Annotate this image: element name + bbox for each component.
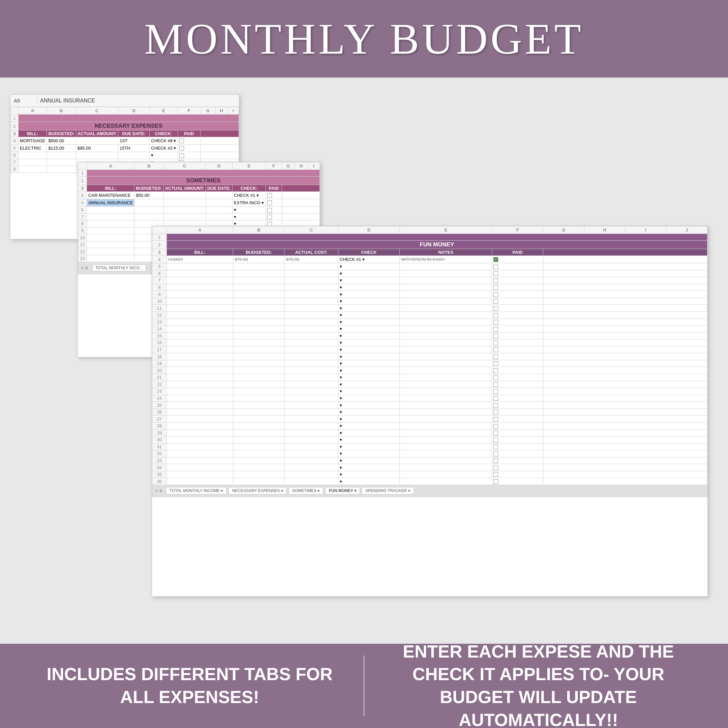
n-paid-1 [177, 137, 200, 145]
main-content: A5 ANNUAL INSURANCE A B C D E [0, 78, 728, 644]
n-budget-2: $115.00 [47, 145, 76, 152]
s-check-2: EXTRA INCO ▾ [232, 199, 266, 206]
n-paid-2 [177, 145, 200, 152]
n-bill-1: MORTGAGE [18, 137, 47, 145]
f-notes-1: WITHDREW IN CASH [400, 256, 492, 263]
n-due-2: 15TH [118, 145, 149, 152]
col-e: E [150, 107, 177, 115]
f-bill-1: HUBBY [167, 256, 233, 263]
fun-money-table: A B C D E F G H I J 1 [152, 226, 707, 497]
col-actual: ACTUAL AMOUNT: [76, 130, 118, 137]
footer-right-text: ENTER EACH EXPESE AND THE CHECK IT APPLI… [387, 640, 690, 728]
row-3: 3 [11, 130, 18, 137]
header: MONTHLY BUDGET [0, 0, 728, 78]
necessary-title: NECESSARY EXPENSES [18, 122, 239, 130]
formula-content: ANNUAL INSURANCE [40, 98, 95, 104]
tab-sometimes[interactable]: SOMETIMES ▾ [289, 487, 323, 494]
f-actual-1: $75.00 [284, 256, 338, 263]
footer-left-text: INCLUDES DIFFERENT TABS FOR ALL EXPENSES… [38, 663, 341, 708]
empty-row-1 [18, 115, 239, 122]
footer-divider [363, 656, 365, 716]
col-h: H [216, 107, 228, 115]
s-bill-1: CAR MAINTENANCE [87, 192, 134, 199]
s-bill-2: ANNUAL INSURANCE [87, 199, 134, 206]
n-actual-2: $95.00 [76, 145, 118, 152]
row-2: 2 [11, 122, 18, 130]
s-budget-1: $50.00 [135, 192, 164, 199]
col-check: CHECK: [150, 130, 177, 137]
sheet-fun-money: A B C D E F G H I J 1 [151, 226, 708, 596]
col-bill: BILL: [18, 130, 47, 137]
tab-spending-tracker[interactable]: SPENDING TRACKER ▾ [362, 487, 413, 494]
col-due: DUE DATE: [118, 130, 149, 137]
sometimes-title: SOMETIMES [87, 177, 320, 185]
tab-necessary[interactable]: NECESSARY EXPENSES ▾ [228, 487, 287, 494]
s-check-1: CHECK #1 ▾ [232, 192, 266, 199]
n-budget-1: $500.00 [47, 137, 76, 145]
footer: INCLUDES DIFFERENT TABS FOR ALL EXPENSES… [0, 644, 728, 728]
fun-money-title: FUN MONEY [167, 241, 707, 249]
col-g: G [200, 107, 216, 115]
cell-ref: A5 [14, 98, 37, 104]
page-title: MONTHLY BUDGET [144, 14, 584, 64]
col-b: B [47, 107, 76, 115]
tab-fun-money[interactable]: FUN MONEY ▾ [325, 487, 360, 494]
corner-cell [11, 107, 18, 115]
n-check-2: CHECK #2 ▾ [150, 145, 177, 152]
n-actual-1 [76, 137, 118, 145]
n-check-1: CHECK #8 ▾ [150, 137, 177, 145]
row-1: 1 [11, 115, 18, 122]
col-f: F [177, 107, 200, 115]
f-budget-1: $75.00 [233, 256, 284, 263]
tab-total-monthly[interactable]: TOTAL MONTHLY INCOME ▾ [166, 487, 227, 494]
formula-bar-necessary: A5 ANNUAL INSURANCE [11, 95, 239, 107]
n-due-1: 1ST [118, 137, 149, 145]
col-c: C [76, 107, 118, 115]
col-a: A [18, 107, 47, 115]
f-check-1: CHECK #1 ▾ [338, 256, 400, 263]
col-d: D [118, 107, 149, 115]
col-i: I [228, 107, 239, 115]
col-paid: PAID [177, 130, 200, 137]
col-budgeted: BUDGETED: [47, 130, 76, 137]
n-bill-2: ELECTRIC [18, 145, 47, 152]
